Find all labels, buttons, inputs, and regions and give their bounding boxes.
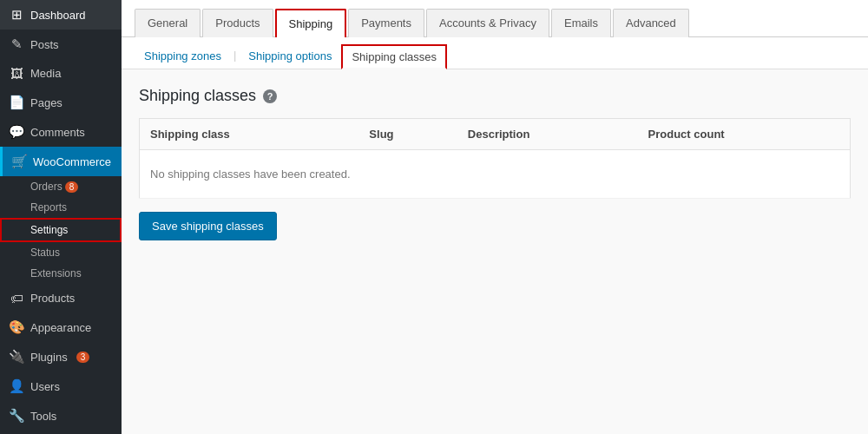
sidebar-item-extensions[interactable]: Extensions [0, 263, 122, 284]
extensions-label: Extensions [30, 267, 82, 279]
sidebar-item-label: Pages [30, 96, 62, 109]
sidebar-item-dashboard[interactable]: ⊞ Dashboard [0, 0, 122, 30]
products-icon: 🏷 [9, 291, 24, 306]
tools-icon: 🔧 [9, 408, 24, 424]
settings-label: Settings [30, 224, 68, 236]
users-icon: 👤 [9, 378, 24, 394]
media-icon: 🖼 [9, 66, 24, 81]
main-content: General Products Shipping Payments Accou… [122, 0, 868, 434]
sidebar-item-products[interactable]: 🏷 Products [0, 284, 122, 312]
pages-icon: 📄 [9, 95, 24, 110]
sidebar-item-label: Posts [30, 38, 59, 51]
sidebar-item-label: Tools [30, 410, 56, 423]
comments-icon: 💬 [9, 124, 24, 140]
tab-advanced[interactable]: Advanced [613, 9, 689, 37]
sidebar-item-pages[interactable]: 📄 Pages [0, 88, 122, 117]
woocommerce-icon: 🛒 [11, 154, 27, 169]
shipping-classes-table: Shipping class Slug Description Product … [139, 118, 851, 199]
sidebar-item-comments[interactable]: 💬 Comments [0, 117, 122, 147]
sidebar-item-orders[interactable]: Orders 8 [0, 176, 122, 197]
sidebar-item-label: WooCommerce [33, 155, 111, 168]
col-description: Description [457, 119, 638, 150]
dashboard-icon: ⊞ [9, 7, 24, 23]
sidebar-item-label: Appearance [30, 321, 91, 334]
sidebar-item-label: Dashboard [30, 9, 86, 22]
sidebar-item-label: Media [30, 67, 61, 80]
top-tab-bar: General Products Shipping Payments Accou… [122, 0, 868, 37]
sub-tab-shipping-classes[interactable]: Shipping classes [341, 44, 447, 69]
tab-products[interactable]: Products [202, 9, 273, 37]
sidebar-item-posts[interactable]: ✎ Posts [0, 30, 122, 59]
content-area: Shipping classes ? Shipping class Slug D… [122, 69, 868, 434]
orders-badge: 8 [65, 181, 79, 193]
sub-tab-shipping-zones[interactable]: Shipping zones [135, 44, 231, 69]
empty-message: No shipping classes have been created. [140, 150, 851, 199]
sidebar-item-tools[interactable]: 🔧 Tools [0, 401, 122, 431]
appearance-icon: 🎨 [9, 319, 24, 335]
sidebar-item-status[interactable]: Status [0, 242, 122, 263]
empty-row: No shipping classes have been created. [140, 150, 851, 199]
sidebar-item-settings[interactable]: Settings [0, 218, 122, 242]
tab-shipping[interactable]: Shipping [275, 9, 347, 37]
posts-icon: ✎ [9, 36, 24, 52]
sidebar-item-users[interactable]: 👤 Users [0, 372, 122, 401]
sidebar-item-media[interactable]: 🖼 Media [0, 59, 122, 88]
sub-tab-bar: Shipping zones | Shipping options Shippi… [122, 37, 868, 69]
tab-accounts-privacy[interactable]: Accounts & Privacy [426, 9, 549, 37]
sub-tab-separator-1: | [231, 44, 239, 69]
sub-tab-shipping-options[interactable]: Shipping options [239, 44, 341, 69]
reports-label: Reports [30, 201, 67, 214]
col-slug: Slug [358, 119, 457, 150]
help-icon[interactable]: ? [263, 89, 277, 103]
plugins-badge: 3 [76, 352, 90, 363]
sidebar-item-woocommerce[interactable]: 🛒 WooCommerce [0, 147, 122, 176]
status-label: Status [30, 247, 60, 259]
sidebar-item-plugins[interactable]: 🔌 Plugins 3 [0, 342, 122, 372]
sidebar-item-label: Products [30, 292, 75, 305]
page-title: Shipping classes ? [139, 87, 851, 105]
sidebar-item-reports[interactable]: Reports [0, 197, 122, 218]
sidebar-item-label: Plugins [30, 351, 68, 364]
col-product-count: Product count [638, 119, 851, 150]
tab-general[interactable]: General [135, 9, 201, 37]
plugins-icon: 🔌 [9, 349, 24, 365]
col-shipping-class: Shipping class [140, 119, 359, 150]
tab-payments[interactable]: Payments [348, 9, 424, 37]
tab-emails[interactable]: Emails [551, 9, 611, 37]
save-shipping-classes-button[interactable]: Save shipping classes [139, 212, 277, 240]
sidebar-item-appearance[interactable]: 🎨 Appearance [0, 312, 122, 342]
sidebar-item-label: Users [30, 380, 60, 393]
orders-label: Orders [30, 181, 62, 193]
sidebar-item-label: Comments [30, 126, 85, 139]
sidebar: ⊞ Dashboard ✎ Posts 🖼 Media 📄 Pages 💬 Co… [0, 0, 122, 434]
